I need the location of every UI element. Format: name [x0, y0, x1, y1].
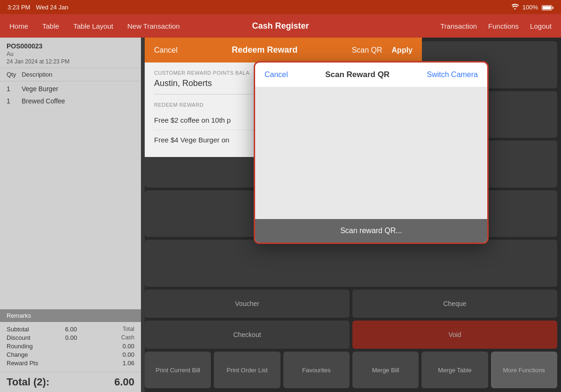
- remarks-bar: Remarks: [0, 309, 141, 322]
- redeem-apply-btn[interactable]: Apply: [392, 46, 413, 55]
- total-right-label: Total: [123, 326, 134, 333]
- item-desc-1: Brewed Coffee: [22, 97, 65, 105]
- scan-qr-header: Cancel Scan Reward QR Switch Camera: [255, 63, 487, 87]
- discount-value: 0.00: [65, 334, 77, 341]
- camera-viewfinder: [255, 87, 487, 219]
- nav-table-layout[interactable]: Table Layout: [73, 22, 113, 30]
- nav-bar: Home Table Table Layout New Transaction …: [0, 14, 561, 38]
- redeem-title: Redeem Reward: [232, 45, 297, 55]
- pos-id: POS000023: [7, 42, 134, 50]
- switch-camera-btn[interactable]: Switch Camera: [427, 71, 478, 79]
- nav-home[interactable]: Home: [9, 22, 28, 30]
- nav-title: Cash Register: [252, 21, 309, 31]
- receipt-totals: Subtotal 6.00 Total Discount 0.00 Cash R…: [0, 322, 141, 372]
- nav-transaction[interactable]: Transaction: [440, 22, 477, 30]
- change-value: 0.00: [123, 351, 134, 358]
- receipt-item-0: 1 Vege Burger: [7, 85, 134, 93]
- receipt-header: POS000023 Au 24 Jan 2024 at 12:23 PM: [0, 38, 141, 68]
- battery-icon: [542, 4, 553, 11]
- reward-pts-row: Reward Pts 1.06: [7, 360, 134, 367]
- col-description: Description: [22, 71, 52, 78]
- subtotal-label: Subtotal: [7, 326, 29, 333]
- item-qty-1: 1: [7, 97, 16, 105]
- discount-label: Discount: [7, 334, 31, 341]
- nav-functions[interactable]: Functions: [488, 22, 519, 30]
- reward-pts-label: Reward Pts: [7, 360, 38, 367]
- status-bar: 3:23 PM Wed 24 Jan 100%: [0, 0, 561, 14]
- status-date: Wed 24 Jan: [36, 4, 68, 11]
- subtotal-row: Subtotal 6.00 Total: [7, 326, 134, 333]
- nav-new-transaction[interactable]: New Transaction: [127, 22, 180, 30]
- wifi-icon: [511, 4, 519, 11]
- scan-qr-dialog: Cancel Scan Reward QR Switch Camera Scan…: [254, 61, 489, 244]
- pos-meta: Au: [7, 51, 134, 57]
- receipt-item-1: 1 Brewed Coffee: [7, 97, 134, 105]
- pos-datetime: 24 Jan 2024 at 12:23 PM: [7, 58, 134, 65]
- col-qty: Qty: [7, 71, 16, 78]
- reward-pts-value: 1.06: [123, 360, 134, 367]
- change-row: Change 0.00: [7, 351, 134, 358]
- receipt-items: 1 Vege Burger 1 Brewed Coffee: [0, 81, 141, 309]
- rounding-row: Rounding 0.00: [7, 343, 134, 350]
- redeem-cancel-btn[interactable]: Cancel: [154, 46, 178, 55]
- grand-total-label: Total (2):: [7, 376, 49, 388]
- scan-qr-title: Scan Reward QR: [325, 70, 390, 79]
- scan-footer-label: Scan reward QR...: [340, 227, 402, 235]
- nav-logout[interactable]: Logout: [530, 22, 552, 30]
- receipt-panel: POS000023 Au 24 Jan 2024 at 12:23 PM Qty…: [0, 38, 141, 392]
- redeem-right-actions: Scan QR Apply: [352, 46, 413, 55]
- scan-qr-cancel-btn[interactable]: Cancel: [265, 71, 288, 79]
- change-label: Change: [7, 351, 28, 358]
- battery-percentage: 100%: [522, 4, 538, 11]
- subtotal-value: 6.00: [65, 326, 77, 333]
- cash-right-label: Cash: [121, 334, 134, 341]
- remarks-label: Remarks: [7, 312, 31, 319]
- scan-footer: Scan reward QR...: [255, 219, 487, 243]
- grand-total: Total (2): 6.00: [0, 372, 141, 392]
- discount-row: Discount 0.00 Cash: [7, 334, 134, 341]
- item-desc-0: Vege Burger: [22, 85, 58, 93]
- pos-meta-line1: Au: [7, 51, 14, 57]
- grand-total-value: 6.00: [114, 376, 134, 388]
- redeem-header: Cancel Redeem Reward Scan QR Apply: [145, 38, 422, 63]
- scan-qr-btn[interactable]: Scan QR: [352, 46, 382, 55]
- receipt-col-headers: Qty Description: [0, 68, 141, 81]
- status-time: 3:23 PM: [8, 4, 30, 11]
- rounding-label: Rounding: [7, 343, 33, 350]
- nav-table[interactable]: Table: [42, 22, 59, 30]
- item-qty-0: 1: [7, 85, 16, 93]
- rounding-value: 0.00: [123, 343, 134, 350]
